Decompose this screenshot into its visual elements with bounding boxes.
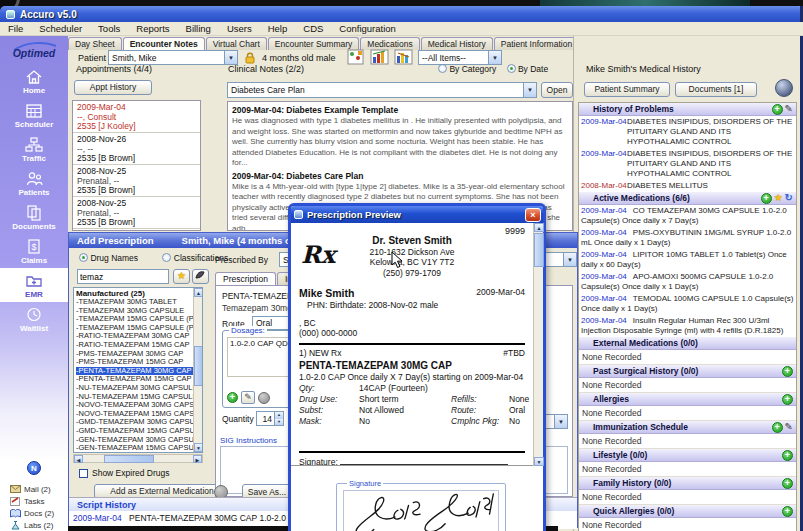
sidebar-item-traffic[interactable]: Traffic — [0, 132, 68, 166]
show-expired-checkbox[interactable]: Show Expired Drugs — [79, 468, 169, 478]
add-dosage-icon[interactable]: + — [227, 392, 238, 403]
notification-icon[interactable]: N — [27, 461, 41, 475]
chevron-down-icon[interactable]: ▼ — [224, 51, 237, 64]
active-medications-header[interactable]: Active Medications (6/6) + ★ ↻ — [579, 192, 796, 205]
documents-button[interactable]: Documents [1] — [675, 82, 757, 97]
history-of-problems-header[interactable]: History of Problems + ✎ — [579, 103, 796, 116]
chevron-down-icon[interactable]: ▼ — [523, 83, 536, 97]
chevron-down-icon[interactable]: ▼ — [554, 415, 567, 428]
appointment-row[interactable]: 2008-Nov-25 Prenatal, -- 2535 [B Brown] — [73, 165, 200, 197]
sidebar-item-emr[interactable]: EMR — [0, 268, 68, 302]
by-category-radio[interactable]: By Category — [438, 64, 496, 74]
sidebar-item-scheduler[interactable]: Scheduler — [0, 98, 68, 132]
menu-item[interactable]: Scheduler — [31, 23, 90, 34]
scroll-down-icon[interactable]: ▼ — [194, 443, 203, 452]
scroll-thumb[interactable] — [534, 233, 544, 267]
menu-item[interactable]: Users — [219, 23, 260, 34]
by-date-radio[interactable]: By Date — [507, 64, 549, 74]
chevron-down-icon[interactable]: ▼ — [563, 253, 576, 266]
sidebar-item-home[interactable]: Home — [0, 64, 68, 98]
menu-item[interactable]: Configuration — [331, 23, 404, 34]
add-icon[interactable]: + — [761, 193, 772, 204]
note-template-select[interactable]: Diabetes Care Plan ▼ — [227, 82, 537, 98]
growth-chart-icon-3[interactable] — [394, 48, 414, 66]
sidebar-item-mail[interactable]: Mail (2) — [0, 483, 68, 495]
medication-row[interactable]: 2009-Mar-04PMS-OXYBUTININ 1MG/ML SYRUP 1… — [579, 227, 796, 249]
medication-row[interactable]: 2009-Mar-04TEMODAL 100MG CAPSULE 1.0 Cap… — [579, 293, 796, 315]
scroll-up-icon[interactable]: ▲ — [194, 288, 203, 297]
tab[interactable]: Virtual Chart — [206, 37, 267, 50]
medication-row[interactable]: 2009-Mar-04CO TEMAZEPAM 30MG CAPSULE 1.0… — [579, 205, 796, 227]
menu-item[interactable]: Help — [260, 23, 296, 34]
menu-item[interactable]: File — [0, 23, 31, 34]
section-header[interactable]: Allergies + ✎ — [579, 393, 796, 406]
drug-list-scrollbar[interactable]: ▲ ▼ — [193, 288, 202, 452]
edit-dosage-icon[interactable]: ✎ — [241, 391, 255, 404]
menu-item[interactable]: Reports — [128, 23, 177, 34]
section-header[interactable]: External Medications (0/0) + ✎ — [579, 337, 796, 350]
section-header[interactable]: Past Surgical History (0/0) + ✎ — [579, 365, 796, 378]
scroll-right-icon[interactable]: ▶ — [193, 455, 202, 463]
problem-row[interactable]: 2009-Mar-04 DIABETES INSIPIDUS, DISORDER… — [579, 148, 796, 180]
tab[interactable]: Day Sheet — [68, 37, 122, 50]
drug-row[interactable]: GEN-TEMAZEPAM 15MG CAPSULE — [76, 444, 193, 452]
tab-prescription[interactable]: Prescription — [215, 272, 276, 285]
add-icon[interactable]: + — [772, 104, 783, 115]
dialog-titlebar[interactable]: Prescription Preview × — [291, 206, 543, 223]
globe-icon[interactable] — [775, 79, 793, 97]
items-filter-select[interactable]: --All Items-- ▼ — [418, 50, 502, 65]
scroll-down-icon[interactable]: ▼ — [534, 457, 544, 466]
close-icon[interactable]: × — [525, 208, 541, 222]
refresh-icon[interactable]: ↻ — [785, 193, 793, 203]
appointment-row[interactable]: 2008-Nov-25 Prenatal, -- 2535 [B Brown] — [73, 197, 200, 229]
sidebar-item-docs[interactable]: Docs (2) — [0, 507, 68, 519]
menu-item[interactable]: CDS — [295, 23, 331, 34]
medication-row[interactable]: 2009-Mar-04Insulin Regular Human Rec 300… — [579, 315, 796, 337]
dialog-scrollbar[interactable]: ▲ ▼ — [533, 223, 543, 466]
scroll-thumb[interactable] — [104, 455, 154, 463]
add-icon[interactable]: + — [782, 506, 793, 517]
sidebar-item-labs[interactable]: Labs (2) — [0, 519, 68, 531]
spin-down-icon[interactable]: ▼ — [275, 419, 283, 426]
chevron-down-icon[interactable]: ▼ — [488, 51, 501, 64]
star-icon[interactable]: ★ — [774, 193, 783, 203]
section-header[interactable]: Family History (0/0) + ✎ — [579, 477, 796, 490]
sidebar-item-patients[interactable]: Patients — [0, 166, 68, 200]
growth-chart-icon-1[interactable] — [346, 48, 366, 66]
pencil-icon[interactable]: ✎ — [785, 422, 793, 432]
patient-summary-button[interactable]: Patient Summary — [584, 82, 670, 97]
problem-row[interactable]: 2008-Mar-04 DIABETES MELLITUS — [579, 180, 796, 192]
menu-item[interactable]: Billing — [178, 23, 219, 34]
drug-search-input[interactable] — [77, 269, 169, 284]
add-icon[interactable]: + — [782, 366, 793, 377]
favorites-button[interactable]: ★ — [173, 269, 190, 284]
sidebar-item-claims[interactable]: $ Claims — [0, 234, 68, 268]
add-icon[interactable]: + — [782, 394, 793, 405]
clinical-note[interactable]: 2009-Mar-04: Diabetes Example Template H… — [232, 105, 568, 169]
sidebar-item-documents[interactable]: Documents — [0, 200, 68, 234]
scroll-up-icon[interactable]: ▲ — [534, 223, 544, 232]
appointment-row[interactable]: 2008-Nov-26 --, -- 2535 [B Brown] — [73, 133, 200, 165]
add-icon[interactable]: + — [782, 450, 793, 461]
sidebar-item-tasks[interactable]: Tasks — [0, 495, 68, 507]
section-header[interactable]: Immunization Schedule + ✎ — [579, 421, 796, 434]
sidebar-item-waitlist[interactable]: Waitlist — [0, 302, 68, 336]
tab[interactable]: Medical History — [421, 37, 493, 50]
tab[interactable]: Patient Information — [494, 37, 579, 50]
medication-row[interactable]: 2009-Mar-04APO-AMOXI 500MG CAPSULE 1.0-2… — [579, 271, 796, 293]
open-note-button[interactable]: Open — [541, 82, 573, 98]
monograph-button[interactable] — [192, 269, 209, 284]
drug-names-radio[interactable]: Drug Names — [79, 253, 138, 263]
appt-history-button[interactable]: Appt History — [74, 80, 152, 95]
add-icon[interactable]: + — [782, 478, 793, 489]
remove-dosage-icon[interactable] — [258, 392, 270, 404]
section-header[interactable]: Lifestyle (0/0) + ✎ — [579, 449, 796, 462]
appointment-row[interactable]: 2009-Mar-04 --, Consult 2535 [J Kooley] — [73, 101, 200, 133]
add-icon[interactable]: + — [772, 422, 783, 433]
growth-chart-icon-2[interactable] — [370, 48, 390, 66]
problem-row[interactable]: 2009-Mar-04 DIABETES INSIPIDUS, DISORDER… — [579, 116, 796, 148]
patient-select[interactable]: Smith, Mike ▼ — [108, 50, 238, 65]
scroll-left-icon[interactable]: ◀ — [74, 455, 83, 463]
quantity-stepper[interactable]: 14 ▲▼ — [256, 411, 284, 426]
menu-item[interactable]: Tools — [90, 23, 128, 34]
